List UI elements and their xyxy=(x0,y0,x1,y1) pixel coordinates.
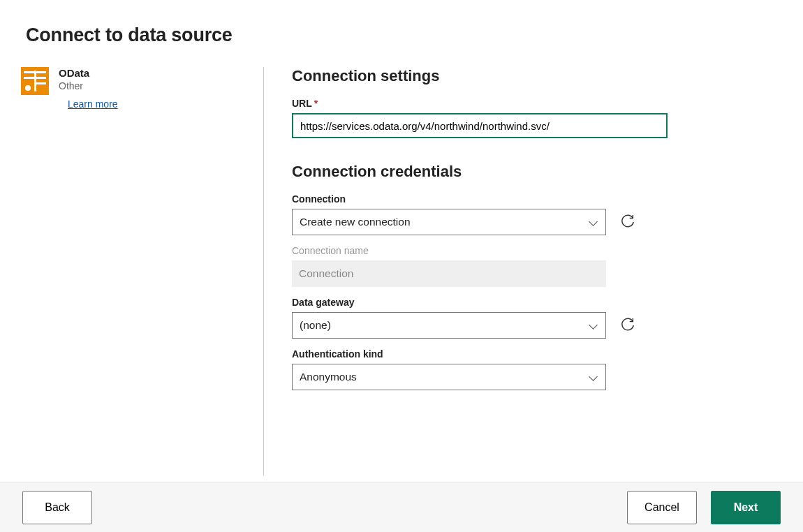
url-label: URL* xyxy=(292,98,775,109)
learn-more-link[interactable]: Learn more xyxy=(68,98,118,110)
connection-label: Connection xyxy=(292,193,775,205)
authentication-kind-select[interactable]: Anonymous xyxy=(292,364,606,390)
odata-icon xyxy=(21,67,49,95)
connection-name-input: Connection xyxy=(292,260,606,287)
refresh-icon xyxy=(620,214,635,230)
required-indicator: * xyxy=(314,98,318,109)
chevron-down-icon xyxy=(589,372,598,382)
connection-name-label: Connection name xyxy=(292,245,775,256)
refresh-connection-button[interactable] xyxy=(620,214,635,230)
page-title: Connect to data source xyxy=(0,0,803,46)
sidebar: OData Other Learn more xyxy=(0,67,264,475)
back-button[interactable]: Back xyxy=(22,491,92,524)
data-gateway-label: Data gateway xyxy=(292,297,775,308)
refresh-gateway-button[interactable] xyxy=(620,318,635,333)
chevron-down-icon xyxy=(589,320,598,330)
connection-select[interactable]: Create new connection xyxy=(292,209,606,235)
chevron-down-icon xyxy=(589,217,598,227)
main-panel: Connection settings URL* Connection cred… xyxy=(264,67,803,475)
source-category: Other xyxy=(59,80,118,91)
connection-credentials-heading: Connection credentials xyxy=(292,163,775,181)
source-name: OData xyxy=(59,67,118,79)
data-gateway-select[interactable]: (none) xyxy=(292,312,606,339)
connection-settings-heading: Connection settings xyxy=(292,67,775,85)
connection-select-value: Create new connection xyxy=(300,216,411,228)
refresh-icon xyxy=(620,318,635,333)
data-source-item: OData Other Learn more xyxy=(21,67,263,110)
authentication-kind-value: Anonymous xyxy=(300,371,357,383)
authentication-kind-label: Authentication kind xyxy=(292,348,775,360)
url-input[interactable] xyxy=(292,113,668,138)
data-gateway-value: (none) xyxy=(300,319,331,332)
content-area: OData Other Learn more Connection settin… xyxy=(0,67,803,475)
footer: Back Cancel Next xyxy=(0,482,803,532)
cancel-button[interactable]: Cancel xyxy=(627,491,697,524)
next-button[interactable]: Next xyxy=(711,491,781,524)
